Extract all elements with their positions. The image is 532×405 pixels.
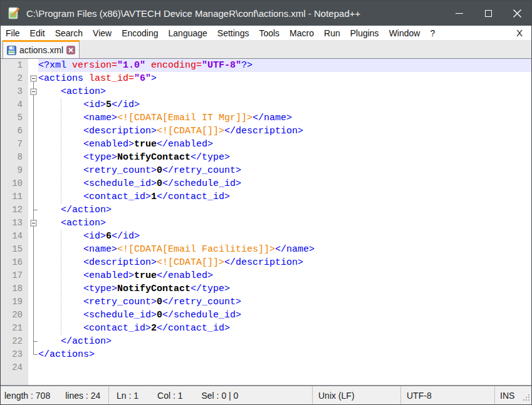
line-number: 14 — [1, 230, 28, 243]
title-bar[interactable]: C:\Program Files (x86)\AVTECH Device Man… — [1, 1, 531, 26]
saved-floppy-icon — [7, 46, 16, 55]
line-number: 24 — [1, 361, 28, 374]
line-number: 17 — [1, 269, 28, 282]
code-line-4[interactable]: <id>5</id> — [38, 98, 531, 111]
line-number: 7 — [1, 138, 28, 151]
line-number: 1 — [1, 59, 28, 72]
tab-close-icon[interactable] — [66, 46, 75, 54]
menu-bar: FileEditSearchViewEncodingLanguageSettin… — [1, 26, 531, 40]
menu-item-settings[interactable]: Settings — [212, 26, 254, 40]
line-number: 6 — [1, 125, 28, 138]
menu-item-run[interactable]: Run — [319, 26, 345, 40]
code-line-13[interactable]: <action> — [38, 217, 531, 230]
code-line-11[interactable]: <contact_id>1</contact_id> — [38, 190, 531, 203]
fold-marker-line — [28, 322, 38, 335]
fold-margin-cell — [28, 361, 38, 374]
line-number: 13 — [1, 217, 28, 230]
fold-marker-line — [28, 230, 38, 243]
code-line-18[interactable]: <type>NotifyContact</type> — [38, 282, 531, 295]
fold-marker-line — [28, 111, 38, 125]
menu-item-help[interactable]: ? — [425, 26, 440, 40]
fold-marker-line — [28, 125, 38, 138]
code-line-5[interactable]: <name><![CDATA[Email IT Mgr]]></name> — [38, 111, 531, 125]
line-number: 20 — [1, 309, 28, 322]
code-line-19[interactable]: <retry_count>0</retry_count> — [38, 295, 531, 309]
fold-marker-end — [28, 348, 38, 361]
fold-marker-line — [28, 98, 38, 111]
fold-marker-box-first[interactable] — [28, 72, 38, 85]
status-bar: length : 708 lines : 24 Ln : 1 Col : 1 S… — [1, 386, 531, 404]
menu-item-encoding[interactable]: Encoding — [117, 26, 163, 40]
menu-items: FileEditSearchViewEncodingLanguageSettin… — [1, 26, 440, 40]
line-number: 16 — [1, 256, 28, 269]
code-line-7[interactable]: <enabled>true</enabled> — [38, 138, 531, 151]
code-line-21[interactable]: <contact_id>2</contact_id> — [38, 322, 531, 335]
line-number: 12 — [1, 203, 28, 217]
menu-item-plugins[interactable]: Plugins — [345, 26, 384, 40]
line-number: 22 — [1, 335, 28, 348]
resize-grip-icon[interactable] — [522, 393, 530, 403]
window-title: C:\Program Files (x86)\AVTECH Device Man… — [26, 8, 445, 19]
fold-marker-box-mid[interactable] — [28, 85, 38, 98]
menu-item-language[interactable]: Language — [164, 26, 212, 40]
fold-margin — [28, 59, 38, 385]
doc-length: length : 708 — [4, 391, 50, 401]
code-line-6[interactable]: <description><![CDATA[]]></description> — [38, 125, 531, 138]
line-number: 2 — [1, 72, 28, 85]
eol-format[interactable]: Unix (LF) — [312, 386, 400, 404]
line-number: 11 — [1, 190, 28, 203]
minimize-icon[interactable] — [445, 1, 474, 26]
line-number: 9 — [1, 164, 28, 177]
fold-marker-line — [28, 269, 38, 282]
fold-marker-line — [28, 151, 38, 164]
text-area[interactable]: <?xml version="1.0" encoding="UTF-8"?><a… — [38, 59, 531, 385]
fold-marker-line — [28, 282, 38, 295]
tab-actions-xml[interactable]: actions.xml — [3, 40, 80, 58]
code-line-24[interactable] — [38, 361, 531, 374]
menu-item-tools[interactable]: Tools — [254, 26, 284, 40]
line-number: 8 — [1, 151, 28, 164]
line-number: 5 — [1, 111, 28, 125]
fold-marker-line — [28, 138, 38, 151]
line-number: 23 — [1, 348, 28, 361]
menu-item-window[interactable]: Window — [384, 26, 425, 40]
tab-bar: actions.xml — [1, 40, 531, 58]
line-number: 15 — [1, 243, 28, 256]
menu-item-search[interactable]: Search — [50, 26, 88, 40]
code-line-12[interactable]: </action> — [38, 203, 531, 217]
fold-marker-tick — [28, 203, 38, 217]
menu-item-file[interactable]: File — [1, 26, 25, 40]
code-line-8[interactable]: <type>NotifyContact</type> — [38, 151, 531, 164]
code-line-3[interactable]: <action> — [38, 85, 531, 98]
insert-mode-indicator[interactable]: INS — [494, 386, 531, 404]
fold-marker-line — [28, 190, 38, 203]
code-line-20[interactable]: <schedule_id>0</schedule_id> — [38, 309, 531, 322]
code-line-17[interactable]: <enabled>true</enabled> — [38, 269, 531, 282]
maximize-icon[interactable] — [474, 1, 503, 26]
status-cursor-position: Ln : 1 Col : 1 Sel : 0 | 0 — [108, 386, 312, 404]
fold-marker-line — [28, 295, 38, 309]
menu-item-edit[interactable]: Edit — [25, 26, 50, 40]
code-line-15[interactable]: <name><![CDATA[Email Facilities]]></name… — [38, 243, 531, 256]
fold-margin-cell — [28, 59, 38, 72]
menu-item-view[interactable]: View — [88, 26, 117, 40]
status-doc-summary: length : 708 lines : 24 — [1, 386, 108, 404]
menu-item-macro[interactable]: Macro — [284, 26, 319, 40]
editor-area[interactable]: 123456789101112131415161718192021222324 … — [1, 58, 531, 386]
line-number: 10 — [1, 177, 28, 190]
close-icon[interactable] — [503, 1, 531, 26]
code-line-22[interactable]: </action> — [38, 335, 531, 348]
fold-marker-box-mid[interactable] — [28, 217, 38, 230]
code-line-9[interactable]: <retry_count>0</retry_count> — [38, 164, 531, 177]
menu-close-document-button[interactable]: X — [516, 28, 523, 38]
fold-marker-line — [28, 164, 38, 177]
code-line-1[interactable]: <?xml version="1.0" encoding="UTF-8"?> — [38, 59, 531, 72]
tab-label: actions.xml — [19, 45, 63, 55]
code-line-2[interactable]: <actions last_id="6"> — [38, 72, 531, 85]
code-line-14[interactable]: <id>6</id> — [38, 230, 531, 243]
encoding-indicator[interactable]: UTF-8 — [400, 386, 494, 404]
cursor-line: Ln : 1 — [117, 391, 138, 401]
code-line-16[interactable]: <description><![CDATA[]]></description> — [38, 256, 531, 269]
code-line-23[interactable]: </actions> — [38, 348, 531, 361]
code-line-10[interactable]: <schedule_id>0</schedule_id> — [38, 177, 531, 190]
